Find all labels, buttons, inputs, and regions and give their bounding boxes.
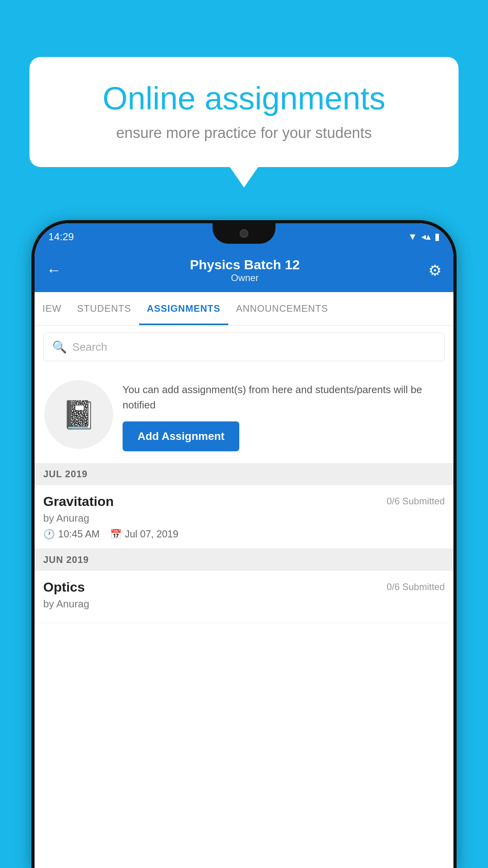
assignment-by: by Anurag [43, 512, 445, 524]
meta-date: 📅 Jul 07, 2019 [110, 528, 178, 540]
header-subtitle: Owner [190, 272, 300, 283]
phone-frame: 14:29 ▼ ◂▴ ▮ ← Physics Batch 12 Owner ⚙ … [31, 220, 457, 868]
search-bar[interactable]: 🔍 Search [43, 333, 445, 361]
screen-body: 🔍 Search 📓 You can add assignment(s) fro… [35, 326, 453, 868]
assignment-item-optics[interactable]: Optics 0/6 Submitted by Anurag [35, 571, 453, 623]
header-center: Physics Batch 12 Owner [190, 257, 300, 283]
assignment-name: Gravitation [43, 494, 114, 509]
tab-assignments[interactable]: ASSIGNMENTS [139, 292, 228, 325]
tab-students[interactable]: STUDENTS [69, 292, 139, 325]
wifi-icon: ▼ [408, 231, 417, 242]
assignment-submitted: 0/6 Submitted [387, 494, 445, 507]
tab-iew[interactable]: IEW [35, 292, 69, 325]
battery-icon: ▮ [435, 231, 440, 242]
assignment-top-row-optics: Optics 0/6 Submitted [43, 579, 445, 595]
status-bar: 14:29 ▼ ◂▴ ▮ [35, 223, 453, 250]
search-container: 🔍 Search [35, 326, 453, 368]
app-header: ← Physics Batch 12 Owner ⚙ [35, 250, 453, 292]
status-icons: ▼ ◂▴ ▮ [408, 231, 440, 242]
assignment-submitted-optics: 0/6 Submitted [387, 579, 445, 592]
section-jul-2019: JUL 2019 [35, 463, 453, 485]
assignment-meta: 🕐 10:45 AM 📅 Jul 07, 2019 [43, 528, 445, 540]
search-placeholder: Search [72, 341, 107, 353]
add-assignment-button[interactable]: Add Assignment [123, 421, 239, 451]
tab-announcements[interactable]: ANNOUNCEMENTS [228, 292, 336, 325]
settings-icon[interactable]: ⚙ [428, 262, 442, 279]
promo-icon-circle: 📓 [44, 380, 113, 449]
camera [240, 229, 248, 238]
back-button[interactable]: ← [46, 262, 61, 279]
signal-icon: ◂▴ [421, 231, 431, 242]
notebook-icon: 📓 [62, 399, 96, 431]
bubble-subtitle: ensure more practice for your students [57, 125, 431, 142]
notch [213, 223, 275, 244]
header-title: Physics Batch 12 [190, 257, 300, 272]
screen-wrapper: 14:29 ▼ ◂▴ ▮ ← Physics Batch 12 Owner ⚙ … [35, 223, 453, 868]
tabs-bar: IEW STUDENTS ASSIGNMENTS ANNOUNCEMENTS [35, 292, 453, 326]
assignment-item-gravitation[interactable]: Gravitation 0/6 Submitted by Anurag 🕐 10… [35, 485, 453, 549]
bubble-title: Online assignments [57, 81, 431, 116]
assignment-name-optics: Optics [43, 579, 85, 595]
assignment-by-optics: by Anurag [43, 598, 445, 610]
meta-date-value: Jul 07, 2019 [125, 528, 178, 540]
assignment-top-row: Gravitation 0/6 Submitted [43, 494, 445, 509]
status-time: 14:29 [48, 231, 74, 243]
clock-icon: 🕐 [43, 529, 55, 540]
search-icon: 🔍 [52, 340, 67, 354]
meta-time-value: 10:45 AM [58, 528, 100, 540]
calendar-icon: 📅 [110, 529, 122, 540]
speech-bubble: Online assignments ensure more practice … [29, 57, 459, 167]
promo-section: 📓 You can add assignment(s) from here an… [35, 368, 453, 463]
meta-time: 🕐 10:45 AM [43, 528, 100, 540]
promo-text: You can add assignment(s) from here and … [123, 382, 444, 413]
section-jun-2019: JUN 2019 [35, 549, 453, 571]
speech-bubble-container: Online assignments ensure more practice … [29, 57, 459, 167]
promo-right: You can add assignment(s) from here and … [123, 380, 444, 451]
